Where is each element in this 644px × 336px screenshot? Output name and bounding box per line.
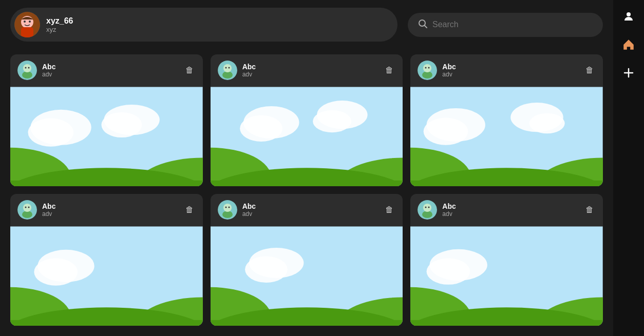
top-bar: xyz_66 xyz — [0, 0, 613, 49]
svg-point-82 — [428, 207, 430, 208]
svg-rect-76 — [211, 320, 403, 326]
svg-rect-35 — [211, 181, 403, 186]
svg-point-23 — [222, 71, 233, 78]
user-profile-bar[interactable]: xyz_66 xyz — [10, 8, 397, 42]
post-card: Abc adv 🗑 — [211, 54, 403, 186]
avatar — [17, 200, 37, 220]
post-user-info: Abc adv — [418, 61, 456, 80]
svg-point-11 — [28, 67, 30, 69]
post-username: Abc — [42, 202, 55, 210]
svg-point-25 — [225, 67, 226, 69]
svg-point-9 — [23, 64, 31, 72]
svg-point-59 — [34, 259, 78, 286]
svg-point-5 — [419, 20, 425, 26]
avatar — [418, 200, 437, 220]
svg-rect-50 — [410, 181, 603, 186]
svg-point-69 — [228, 207, 230, 208]
avatar — [418, 61, 437, 80]
post-user-text: Abc adv — [42, 63, 55, 78]
svg-point-79 — [422, 211, 432, 218]
svg-point-14 — [28, 118, 74, 147]
post-card: Abc adv 🗑 ♥ — [10, 194, 203, 326]
post-handle: adv — [242, 71, 256, 78]
svg-point-55 — [25, 207, 27, 208]
post-header: Abc adv 🗑 — [10, 54, 203, 86]
profile-icon[interactable] — [622, 10, 635, 23]
search-icon — [418, 19, 427, 31]
post-username: Abc — [442, 202, 456, 210]
svg-rect-63 — [10, 320, 203, 326]
delete-button[interactable]: 🗑 — [383, 64, 395, 77]
username-main: xyz_66 — [46, 16, 73, 26]
svg-point-8 — [22, 71, 32, 78]
svg-point-67 — [223, 204, 232, 212]
delete-button[interactable]: 🗑 — [583, 203, 596, 216]
svg-point-24 — [223, 64, 232, 72]
post-image — [211, 226, 403, 326]
post-handle: adv — [442, 71, 456, 78]
right-sidebar — [613, 0, 644, 336]
avatar — [14, 12, 40, 37]
svg-point-39 — [423, 64, 431, 72]
add-icon[interactable] — [622, 67, 635, 79]
post-handle: adv — [442, 210, 456, 218]
post-image — [10, 226, 203, 326]
svg-line-6 — [425, 26, 427, 28]
user-info: xyz_66 xyz — [46, 16, 73, 33]
svg-point-29 — [240, 115, 282, 142]
post-user-info: Abc adv — [218, 61, 256, 80]
post-header: Abc adv 🗑 — [410, 54, 603, 86]
post-username: Abc — [242, 202, 256, 210]
svg-point-46 — [529, 113, 565, 133]
avatar — [17, 61, 37, 80]
post-card: Abc adv 🗑 ♥ — [410, 194, 603, 326]
post-username: Abc — [42, 63, 55, 71]
home-icon[interactable] — [622, 38, 635, 51]
post-image — [211, 86, 403, 186]
post-header: Abc adv 🗑 — [10, 194, 203, 226]
post-image — [10, 86, 203, 186]
post-header: Abc adv 🗑 — [410, 194, 603, 226]
posts-grid: Abc adv 🗑 — [0, 49, 613, 336]
post-image — [410, 226, 603, 326]
svg-point-26 — [228, 67, 230, 69]
svg-point-72 — [245, 256, 288, 283]
delete-button[interactable]: 🗑 — [183, 203, 196, 216]
post-username: Abc — [242, 63, 256, 71]
post-user-info: Abc adv — [17, 61, 55, 80]
post-user-text: Abc adv — [442, 202, 456, 218]
post-user-info: Abc adv — [17, 200, 55, 220]
avatar — [218, 200, 237, 220]
post-header: Abc adv 🗑 — [211, 54, 403, 86]
post-user-text: Abc adv — [242, 202, 256, 218]
post-image — [410, 86, 603, 186]
svg-point-31 — [313, 110, 351, 132]
svg-point-16 — [101, 112, 142, 137]
search-bar[interactable] — [408, 13, 603, 37]
svg-point-4 — [29, 21, 31, 23]
post-user-text: Abc adv — [242, 63, 256, 78]
post-card: Abc adv 🗑 — [410, 54, 603, 186]
post-user-text: Abc adv — [42, 202, 55, 218]
svg-point-81 — [425, 207, 427, 208]
delete-button[interactable]: 🗑 — [383, 203, 395, 216]
handle-main: xyz — [46, 26, 73, 33]
svg-rect-89 — [410, 320, 603, 326]
svg-point-38 — [422, 71, 432, 78]
delete-button[interactable]: 🗑 — [583, 64, 596, 77]
svg-point-66 — [222, 211, 233, 218]
post-handle: adv — [242, 210, 256, 218]
delete-button[interactable]: 🗑 — [183, 64, 196, 77]
svg-point-3 — [24, 21, 26, 23]
svg-point-85 — [427, 259, 470, 285]
svg-point-68 — [225, 207, 226, 208]
search-input[interactable] — [432, 20, 593, 29]
svg-point-41 — [428, 67, 430, 69]
svg-point-80 — [423, 204, 431, 212]
svg-point-10 — [25, 67, 27, 69]
svg-point-54 — [23, 204, 31, 212]
svg-rect-2 — [21, 27, 33, 37]
avatar — [218, 61, 237, 80]
post-handle: adv — [42, 71, 55, 78]
post-handle: adv — [42, 210, 55, 218]
